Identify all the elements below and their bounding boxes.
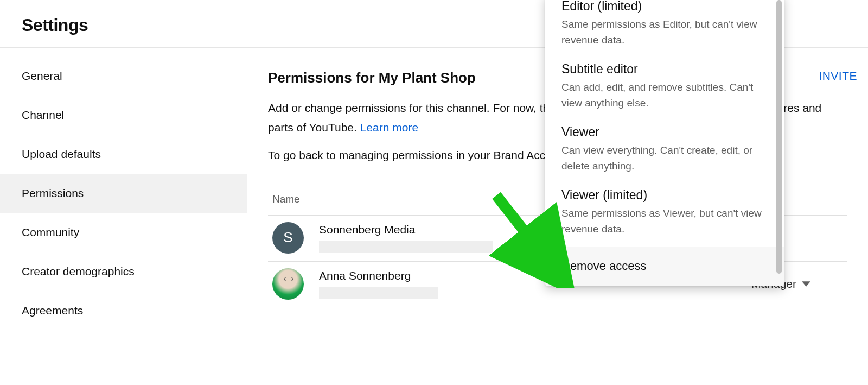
remove-access-option[interactable]: Remove access xyxy=(545,247,784,286)
sidebar-item-agreements[interactable]: Agreements xyxy=(0,291,247,330)
chevron-down-icon xyxy=(802,281,810,287)
role-option-viewer-limited[interactable]: Viewer (limited) Same permissions as Vie… xyxy=(545,184,784,247)
role-option-desc: Same permissions as Editor, but can't vi… xyxy=(561,17,768,48)
user-email-redacted xyxy=(319,241,493,253)
dropdown-scroll-thumb[interactable] xyxy=(776,0,782,274)
role-option-desc: Can view everything. Can't create, edit,… xyxy=(561,143,768,174)
settings-sidebar: General Channel Upload defaults Permissi… xyxy=(0,48,247,382)
role-option-viewer[interactable]: Viewer Can view everything. Can't create… xyxy=(545,121,784,184)
sidebar-item-channel[interactable]: Channel xyxy=(0,96,247,135)
role-option-title: Viewer (limited) xyxy=(561,188,768,203)
role-option-title: Editor (limited) xyxy=(561,0,768,14)
role-dropdown-menu: Editor (limited) Same permissions as Edi… xyxy=(545,0,784,286)
role-option-desc: Same permissions as Viewer, but can't vi… xyxy=(561,206,768,237)
avatar xyxy=(272,268,304,300)
avatar: S xyxy=(272,222,304,254)
sidebar-item-general[interactable]: General xyxy=(0,56,247,96)
role-option-subtitle-editor[interactable]: Subtitle editor Can add, edit, and remov… xyxy=(545,58,784,121)
role-option-desc: Can add, edit, and remove subtitles. Can… xyxy=(561,80,768,111)
role-option-title: Viewer xyxy=(561,125,768,140)
sidebar-item-community[interactable]: Community xyxy=(0,213,247,252)
learn-more-link[interactable]: Learn more xyxy=(360,121,418,134)
role-option-editor-limited[interactable]: Editor (limited) Same permissions as Edi… xyxy=(545,0,784,58)
dropdown-scrollbar[interactable] xyxy=(776,0,782,283)
sidebar-item-upload-defaults[interactable]: Upload defaults xyxy=(0,135,247,174)
role-option-title: Subtitle editor xyxy=(561,62,768,77)
sidebar-item-creator-demographics[interactable]: Creator demographics xyxy=(0,252,247,291)
sidebar-item-permissions[interactable]: Permissions xyxy=(0,174,247,213)
invite-button[interactable]: INVITE xyxy=(819,70,857,83)
user-email-redacted xyxy=(319,287,438,299)
